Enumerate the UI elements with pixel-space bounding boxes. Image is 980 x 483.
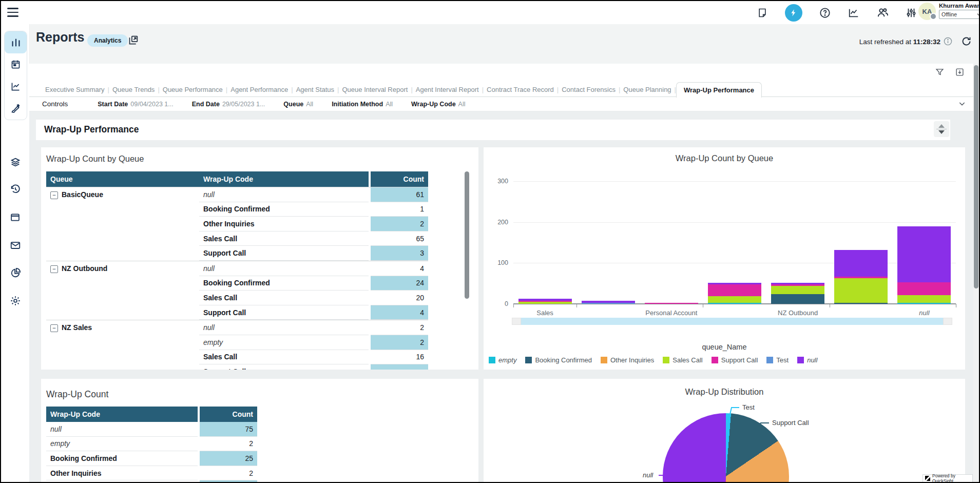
agents-icon[interactable]: [876, 7, 889, 19]
avatar[interactable]: KA: [918, 3, 936, 20]
table-row: null75: [46, 422, 257, 437]
bar-3[interactable]: [708, 283, 761, 304]
count-cell: 75: [200, 422, 257, 437]
legend-item-booking-confirmed[interactable]: Booking Confirmed: [525, 356, 592, 364]
filter-value: All: [386, 101, 393, 108]
x-axis-tick: [703, 304, 703, 307]
bolt-icon[interactable]: [785, 4, 802, 22]
user-name: Khurram Awan: [939, 3, 979, 9]
sidebar-item-mail[interactable]: [4, 234, 26, 256]
slider-left-handle[interactable]: [512, 318, 521, 325]
sidebar-item-design[interactable]: [5, 98, 27, 120]
legend-item-test[interactable]: Test: [766, 356, 789, 364]
page-title: Reports: [36, 30, 84, 45]
legend-item-null[interactable]: null: [797, 356, 817, 364]
metrics-icon[interactable]: [848, 7, 860, 19]
table-scrollbar[interactable]: [465, 171, 469, 299]
tab-contract-trace-record[interactable]: Contract Trace Record: [484, 86, 557, 93]
window-scrollbar-thumb[interactable]: [974, 65, 978, 288]
pie-label-test: Test: [742, 403, 755, 411]
tab-queue-trends[interactable]: Queue Trends: [109, 86, 158, 93]
filter-queue[interactable]: QueueAll: [283, 101, 313, 108]
queue-group-basicqueue: −BasicQueuenull61Booking Confirmed1Other…: [46, 187, 428, 261]
queue-cell[interactable]: −NZ Sales: [46, 320, 199, 370]
wrapup-code-cell: Booking Confirmed: [199, 276, 369, 291]
spinner-down-icon[interactable]: [938, 130, 945, 134]
calendar-icon: [10, 59, 21, 70]
count-cell: 106: [200, 480, 257, 482]
filter-value: 29/05/2023 1...: [222, 101, 265, 108]
collapse-icon[interactable]: −: [50, 265, 58, 273]
tab-queue-planning[interactable]: Queue Planning: [620, 86, 674, 93]
sidebar-item-reports[interactable]: [5, 31, 27, 53]
legend-item-support-call[interactable]: Support Call: [712, 356, 758, 364]
top-bar-icons: [756, 1, 917, 24]
bar-0[interactable]: [518, 299, 572, 304]
sidebar-item-trends[interactable]: [5, 75, 27, 98]
x-axis-tick: [956, 304, 956, 307]
legend-item-empty[interactable]: empty: [489, 356, 516, 364]
collapse-icon[interactable]: −: [50, 191, 58, 199]
gear-icon: [10, 295, 21, 306]
help-icon[interactable]: [819, 7, 831, 19]
spinner-up-icon[interactable]: [938, 124, 945, 128]
hamburger-menu-icon[interactable]: [7, 8, 18, 17]
bar-chart-plot: 0100200300SalesPersonal AccountNZ Outbou…: [513, 181, 956, 304]
sidebar-item-pie[interactable]: [4, 262, 26, 284]
sheet-scroll-spinner[interactable]: [934, 121, 949, 137]
queue-cell[interactable]: −BasicQueue: [46, 187, 199, 261]
sidebar-item-settings[interactable]: [4, 289, 26, 312]
x-tick-label-personal-account: Personal Account: [645, 309, 697, 317]
powered-by-quicksight: Powered by QuickSight: [923, 474, 973, 482]
tab-agent-performance[interactable]: Agent Performance: [227, 86, 291, 93]
bar-4[interactable]: [771, 283, 824, 304]
tab-executive-summary[interactable]: Executive Summary: [42, 86, 108, 93]
filter-end-date[interactable]: End Date29/05/2023 1...: [192, 101, 265, 108]
bar-6[interactable]: [897, 226, 951, 304]
refresh-icon[interactable]: [961, 36, 972, 47]
settings-sliders-icon[interactable]: [905, 7, 917, 19]
sheet-title: Wrap-Up Performance: [44, 124, 139, 135]
bar-1[interactable]: [582, 301, 635, 304]
filter-start-date[interactable]: Start Date09/04/2023 1...: [98, 101, 173, 108]
note-icon[interactable]: [756, 7, 768, 19]
queue-table: Queue Wrap-Up Code Count −BasicQueuenull…: [46, 171, 428, 370]
bar-segment-support-call: [708, 284, 761, 296]
status-select[interactable]: Offline: [939, 10, 979, 19]
slider-track[interactable]: [521, 318, 943, 325]
pie-chart[interactable]: [663, 413, 789, 482]
controls-collapse-chevron-icon[interactable]: [958, 100, 966, 108]
external-link-icon[interactable]: [128, 35, 139, 46]
legend-item-sales-call[interactable]: Sales Call: [663, 356, 703, 364]
sidebar-item-layers[interactable]: [4, 151, 26, 173]
bar-5[interactable]: [834, 250, 888, 304]
bar-segment-booking-confirmed: [771, 294, 824, 304]
collapse-icon[interactable]: −: [50, 324, 58, 332]
wrapup-code-cell: Other Inquiries: [46, 466, 198, 481]
tab-wrap-up-performance[interactable]: Wrap-Up Performance: [676, 82, 762, 98]
panel-wrapup-count-table: Wrap-Up Count Wrap-Up Code Count null75e…: [41, 379, 478, 482]
tab-contact-forensics[interactable]: Contact Forensics: [559, 86, 619, 93]
filter-wrap-up-code[interactable]: Wrap-Up CodeAll: [411, 101, 465, 108]
download-icon[interactable]: [955, 68, 964, 76]
info-icon[interactable]: [944, 37, 952, 46]
chart-title: Wrap-Up Count by Queue: [484, 153, 965, 163]
last-refreshed-time: 11:28:32: [913, 38, 940, 46]
sidebar-item-calendar[interactable]: [5, 53, 27, 75]
queue-table-body: −BasicQueuenull61Booking Confirmed1Other…: [46, 187, 428, 370]
tab-queue-interval-report[interactable]: Queue Interval Report: [339, 86, 411, 93]
filter-funnel-icon[interactable]: [935, 68, 944, 76]
legend-item-other-inquiries[interactable]: Other Inquiries: [601, 356, 654, 364]
tab-queue-performance[interactable]: Queue Performance: [160, 86, 226, 93]
slider-right-handle[interactable]: [943, 318, 952, 325]
tab-agent-status[interactable]: Agent Status: [293, 86, 337, 93]
sidebar-item-window[interactable]: [4, 206, 26, 228]
filter-initiation-method[interactable]: Initiation MethodAll: [332, 101, 393, 108]
chart-zoom-slider[interactable]: [512, 318, 952, 325]
tab-agent-interval-report[interactable]: Agent Interval Report: [413, 86, 482, 93]
bar-2[interactable]: [645, 303, 698, 304]
y-axis-label: 100: [497, 259, 508, 266]
table-row: Sales Call20: [199, 291, 428, 305]
queue-cell[interactable]: −NZ Outbound: [46, 261, 199, 320]
sidebar-item-history[interactable]: [4, 178, 26, 200]
